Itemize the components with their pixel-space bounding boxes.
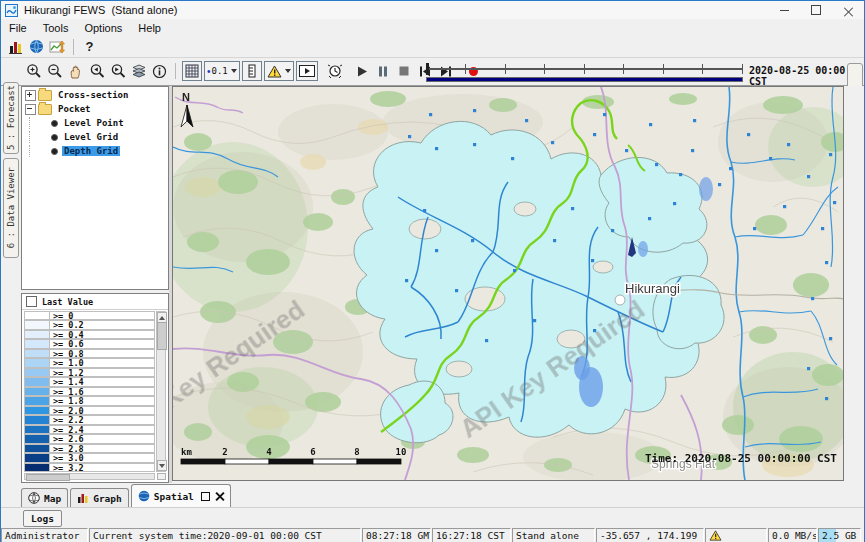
menu-file[interactable]: File [1,21,35,35]
timer-icon [327,63,343,79]
layer-tree-panel: Cross-section Pocket Level Point Level G… [21,86,169,290]
spatial-profile-button[interactable] [47,37,68,57]
explorer-chart-button[interactable] [5,37,26,57]
legend-row-label: >= 0 [50,311,155,320]
tree-node-label[interactable]: Pocket [56,104,93,114]
status-warning[interactable] [705,528,767,542]
timeline-slider[interactable] [426,62,743,83]
legend-color-swatch [24,330,50,339]
timeline-range-bar [426,77,743,82]
tree-node-cross-section[interactable]: Cross-section [22,89,168,101]
legend-row[interactable]: >= 2.4 [24,425,155,434]
svg-text:N: N [182,91,190,103]
tree-node-level-point[interactable]: Level Point [22,117,168,129]
legend-panel: Last Value >= 0>= 0.2>= 0.4>= 0.6>= 0.8>… [21,293,169,483]
thresholds-warning-dropdown[interactable] [264,61,294,81]
pan-hand-icon [68,64,83,79]
legend-vertical-scrollbar[interactable] [156,311,166,472]
legend-color-swatch [24,463,50,472]
legend-row[interactable]: >= 0 [24,311,155,320]
legend-color-swatch [24,434,50,443]
scroll-down-button[interactable] [157,460,167,471]
legend-row[interactable]: >= 1.8 [24,396,155,405]
tree-node-label[interactable]: Level Grid [62,132,120,142]
tree-node-label[interactable]: Cross-section [56,90,130,100]
legend-rows: >= 0>= 0.2>= 0.4>= 0.6>= 0.8>= 1.0>= 1.2… [24,311,155,472]
legend-row[interactable]: >= 2.0 [24,406,155,415]
legend-row-label: >= 3.0 [50,453,155,462]
expand-icon[interactable] [25,90,36,101]
tree-node-label[interactable]: Level Point [62,118,126,128]
status-system-time: Current system time:2020-09-01 00:00 CST [89,528,361,542]
legend-row[interactable]: >= 2.6 [24,434,155,443]
legend-row[interactable]: >= 0.4 [24,330,155,339]
legend-color-swatch [24,349,50,358]
legend-row-label: >= 0.8 [50,349,155,358]
pan-button[interactable] [65,61,86,81]
info-button[interactable] [149,61,170,81]
legend-row[interactable]: >= 1.4 [24,377,155,386]
tree-node-label-selected[interactable]: Depth Grid [62,146,120,156]
legend-row[interactable]: >= 1.0 [24,358,155,367]
legend-row[interactable]: >= 2.8 [24,444,155,453]
legend-row-label: >= 3.2 [50,463,155,472]
legend-row[interactable]: >= 0.8 [24,349,155,358]
contour-threshold-dropdown[interactable]: • 0.1 [204,61,240,81]
help-icon: ? [80,39,100,54]
collapse-icon[interactable] [25,104,36,115]
map-canvas[interactable]: API Key Required API Key Required Hikura… [173,87,843,480]
legend-row[interactable]: >= 3.0 [24,453,155,462]
animation-timer-button[interactable] [325,61,346,81]
legend-row[interactable]: >= 2.2 [24,415,155,424]
play-button[interactable] [352,61,373,81]
minimize-button[interactable] [768,1,800,19]
scrollbar-thumb[interactable] [26,474,70,481]
movie-player-button[interactable] [296,61,318,81]
stop-button[interactable] [394,61,415,81]
legend-row[interactable]: >= 0.6 [24,339,155,348]
status-coordinates: -35.657 , 174.199 [596,528,704,542]
close-button[interactable] [832,1,864,19]
legend-color-swatch [24,396,50,405]
map-view[interactable]: API Key Required API Key Required Hikura… [172,86,844,481]
legend-horizontal-scrollbar[interactable] [24,473,155,480]
pause-button[interactable] [373,61,394,81]
toolbar-separator [73,39,74,55]
tab-spatial-label: Spatial [154,491,194,502]
help-button[interactable]: ? [79,37,100,57]
zoom-out-button[interactable] [44,61,65,81]
menu-options[interactable]: Options [76,21,130,35]
layers-button[interactable] [128,61,149,81]
maximize-button[interactable] [800,1,832,19]
close-icon[interactable] [215,492,224,501]
maximize-icon[interactable] [201,492,210,501]
status-local-time: 16:27:18 CST [432,528,511,542]
tree-node-depth-grid[interactable]: Depth Grid [22,145,168,157]
zoom-in-button[interactable] [23,61,44,81]
folder-icon [38,90,52,101]
legend-row-label: >= 1.6 [50,387,155,396]
zoom-next-button[interactable] [107,61,128,81]
status-network-rate: 0.0 MB/s [768,528,817,542]
timeline-handle[interactable] [426,63,429,75]
zoom-previous-button[interactable] [86,61,107,81]
legend-row[interactable]: >= 3.2 [24,463,155,472]
ruler-button[interactable] [242,61,262,81]
legend-row[interactable]: >= 1.6 [24,387,155,396]
legend-row-label: >= 0.6 [50,339,155,348]
logs-button[interactable]: Logs [23,510,62,527]
tab-graph[interactable]: Graph [70,488,129,507]
scrollbar-thumb[interactable] [157,322,167,350]
menu-tools[interactable]: Tools [35,21,77,35]
tree-node-pocket[interactable]: Pocket [22,103,168,115]
tab-graph-label: Graph [93,493,122,504]
grid-toggle-button[interactable] [182,61,202,81]
legend-row[interactable]: >= 0.2 [24,320,155,329]
tab-spatial[interactable]: Spatial [131,484,231,507]
tab-map[interactable]: Map [21,488,68,507]
legend-row[interactable]: >= 1.2 [24,368,155,377]
tree-node-level-grid[interactable]: Level Grid [22,131,168,143]
last-value-checkbox[interactable] [26,296,37,307]
menu-help[interactable]: Help [130,21,169,35]
map-display-button[interactable] [26,37,47,57]
